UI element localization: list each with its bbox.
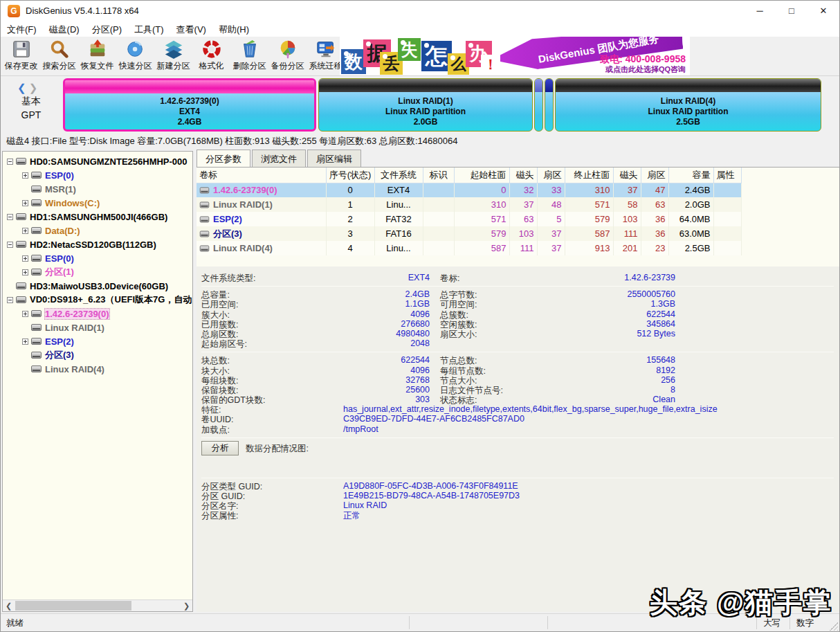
menu-item-2[interactable]: 分区(P)	[86, 21, 128, 38]
column-header-9[interactable]: 扇区	[641, 168, 668, 183]
expand-plus-icon[interactable]	[22, 311, 28, 317]
partition-details: 文件系统类型:EXT4卷标:1.42.6-23739总容量:2.4GB总字节数:…	[197, 267, 839, 612]
collapse-minus-icon[interactable]	[7, 297, 13, 303]
partition-block-0[interactable]: 1.42.6-23739(0)EXT42.4GB	[63, 78, 316, 132]
menu-item-3[interactable]: 工具(T)	[128, 21, 170, 38]
tree-item-9[interactable]: HD3:MaiwoUSB3.0Device(60GB)	[4, 279, 191, 293]
tree-item-7[interactable]: ESP(0)	[4, 251, 191, 265]
table-row-1[interactable]: Linux RAID(1)1Linu...310374857158632.0GB	[197, 197, 741, 212]
tree-item-11[interactable]: 1.42.6-23739(0)	[4, 307, 191, 320]
table-row-3[interactable]: 分区(3)3FAT16579103375871113663.0MB	[197, 226, 741, 241]
expand-plus-icon[interactable]	[22, 228, 28, 234]
analyze-button[interactable]: 分析	[201, 441, 239, 455]
column-header-8[interactable]: 磁头	[613, 168, 641, 183]
resize-grip[interactable]	[830, 622, 838, 631]
collapse-minus-icon[interactable]	[7, 159, 13, 165]
table-row-4[interactable]: Linux RAID(4)4Linu...58711137913201232.5…	[197, 241, 741, 255]
table-row-2[interactable]: ESP(2)2FAT325716355791033664.0MB	[197, 212, 741, 226]
tree-item-12[interactable]: Linux RAID(1)	[4, 320, 191, 334]
menu-item-0[interactable]: 文件(F)	[1, 21, 43, 38]
partition-block-2[interactable]	[534, 78, 543, 132]
minimize-button[interactable]: ─	[744, 1, 776, 21]
tree-item-13[interactable]: ESP(2)	[4, 334, 191, 348]
menu-item-5[interactable]: 帮助(H)	[212, 21, 255, 38]
toolbar-button-0[interactable]: 保存更改	[2, 39, 40, 75]
tree-item-8[interactable]: 分区(1)	[4, 265, 191, 279]
scroll-left-arrow-icon[interactable]: ❮	[3, 600, 15, 611]
maximize-button[interactable]: □	[776, 1, 807, 21]
expand-plus-icon[interactable]	[22, 338, 28, 345]
menu-bar: 文件(F)磁盘(D)分区(P)工具(T)查看(V)帮助(H)	[1, 21, 839, 37]
column-header-11[interactable]: 属性	[713, 168, 741, 183]
detail-value: 2048	[340, 338, 430, 348]
collapse-minus-icon[interactable]	[7, 214, 13, 220]
tree-item-6[interactable]: HD2:NetacSSD120GB(112GB)	[4, 237, 191, 251]
tree-item-3[interactable]: Windows(C:)	[4, 196, 191, 210]
column-header-4[interactable]: 起始柱面	[454, 168, 509, 183]
partition-strip	[65, 80, 314, 93]
tab-0[interactable]: 分区参数	[197, 150, 250, 167]
cell: 201	[613, 241, 641, 255]
column-header-2[interactable]: 文件系统	[374, 168, 423, 183]
detail-row: 总容量:2.4GB总字节数:2550005760	[201, 289, 834, 299]
toolbar-button-2[interactable]: 恢复文件	[78, 39, 116, 75]
partition-block-1[interactable]: Linux RAID(1)Linux RAID partition2.0GB	[318, 78, 533, 132]
column-header-10[interactable]: 容量	[668, 168, 713, 183]
expand-plus-icon[interactable]	[22, 172, 28, 179]
partition-block-4[interactable]: Linux RAID(4)Linux RAID partition2.5GB	[555, 78, 821, 132]
collapse-minus-icon[interactable]	[7, 242, 13, 248]
detail-value: 1.3GB	[558, 299, 675, 309]
tree-item-0[interactable]: HD0:SAMSUNGMZNTE256HMHP-000	[4, 154, 191, 168]
partition-block-body	[535, 92, 542, 131]
column-header-3[interactable]: 标识	[423, 168, 454, 183]
scrollbar-thumb[interactable]	[15, 601, 131, 611]
tab-1[interactable]: 浏览文件	[252, 150, 306, 167]
tree-item-14[interactable]: 分区(3)	[4, 348, 191, 362]
partition-strip	[556, 79, 821, 92]
toolbar-button-label: 搜索分区	[40, 60, 78, 72]
tree-horizontal-scrollbar[interactable]: ❮ ❯	[3, 599, 192, 611]
tree-item-4[interactable]: HD1:SAMSUNGHM500JI(466GB)	[4, 210, 191, 224]
toolbar-button-8[interactable]: 系统迁移	[307, 39, 345, 75]
column-header-7[interactable]: 终止柱面	[565, 168, 613, 183]
menu-item-1[interactable]: 磁盘(D)	[43, 21, 86, 38]
tree-item-5[interactable]: Data(D:)	[4, 224, 191, 237]
column-header-6[interactable]: 扇区	[537, 168, 565, 183]
toolbar-button-7[interactable]: 备份分区	[268, 39, 307, 75]
tab-strip: 分区参数浏览文件扇区编辑	[197, 150, 363, 167]
toolbar-button-6[interactable]: 删除分区	[230, 39, 268, 75]
expand-plus-icon[interactable]	[22, 255, 28, 262]
toolbar-button-label: 恢复文件	[78, 60, 116, 72]
cell	[423, 197, 454, 212]
expand-plus-icon[interactable]	[22, 269, 28, 276]
toolbar-button-1[interactable]: 搜索分区	[40, 39, 78, 75]
nav-left-arrow-icon[interactable]: ❮	[17, 82, 26, 93]
tree-item-1[interactable]: ESP(0)	[4, 168, 191, 182]
ad-banner[interactable]: DiskGenius 团队为您服务 致电: 400-008-9958 或点击此处…	[340, 37, 690, 75]
delete-partition-icon	[230, 39, 268, 60]
ad-qq-link[interactable]: 或点击此处选择QQ咨询	[605, 64, 686, 75]
column-header-0[interactable]: 卷标	[197, 168, 326, 183]
close-button[interactable]: ✕	[807, 1, 839, 21]
toolbar-button-4[interactable]: 新建分区	[154, 39, 192, 75]
nav-right-arrow-icon[interactable]: ❯	[29, 82, 38, 93]
toolbar-button-5[interactable]: 格式化	[192, 39, 230, 75]
scroll-right-arrow-icon[interactable]: ❯	[181, 600, 192, 611]
disk-tree-panel: HD0:SAMSUNGMZNTE256HMHP-000ESP(0)MSR(1)W…	[2, 151, 193, 612]
volume-label: Linux RAID(1)	[213, 199, 273, 210]
tree-item-15[interactable]: Linux RAID(4)	[4, 362, 191, 376]
menu-item-4[interactable]: 查看(V)	[170, 21, 212, 38]
column-header-1[interactable]: 序号(状态)	[326, 168, 374, 183]
tab-2[interactable]: 扇区编辑	[307, 150, 361, 167]
ad-tile-dot	[344, 51, 349, 56]
tree-item-2[interactable]: MSR(1)	[4, 182, 191, 196]
toolbar-button-3[interactable]: 快速分区	[116, 39, 154, 75]
disk-icon	[16, 241, 26, 248]
expand-plus-icon[interactable]	[22, 200, 28, 206]
partition-block-3[interactable]	[545, 78, 554, 132]
detail-row: 分区 GUID:1E49B215-BD79-48CA-A54B-1748705E…	[201, 491, 834, 500]
table-row-0[interactable]: 1.42.6-23739(0)0EXT40323331037472.4GB	[197, 183, 741, 197]
tree-item-label: HD2:NetacSSD120GB(112GB)	[30, 240, 156, 250]
tree-item-10[interactable]: VD0:DS918+_6.23（UEFI版本7G，自动	[4, 293, 191, 307]
column-header-5[interactable]: 磁头	[509, 168, 537, 183]
